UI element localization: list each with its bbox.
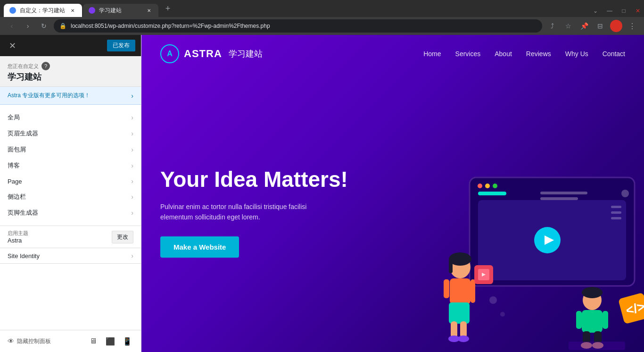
mobile-view-button[interactable]: 📱 xyxy=(121,335,133,347)
logo-text-site: 学习建站 xyxy=(229,48,263,59)
maximize-btn[interactable]: □ xyxy=(618,5,630,17)
tab-label-1: 自定义：学习建站 xyxy=(20,7,65,15)
site-logo: A ASTRA 学习建站 xyxy=(160,44,263,63)
wp-menu-item-page[interactable]: Page › xyxy=(0,174,141,189)
svg-rect-24 xyxy=(451,321,457,338)
wp-site-identity-section[interactable]: Site Identity › xyxy=(0,248,141,264)
tab-site[interactable]: 学习建站 ✕ xyxy=(83,4,158,17)
eye-icon: 👁 xyxy=(8,337,14,345)
svg-rect-10 xyxy=(611,211,621,214)
wp-footer-bar: 👁 隐藏控制面板 🖥 ⬛ 📱 xyxy=(0,330,141,352)
new-tab-button[interactable]: + xyxy=(161,2,174,15)
hero-illustration: </> xyxy=(408,173,644,352)
svg-point-1 xyxy=(478,184,482,188)
logo-icon: A xyxy=(160,44,179,63)
wp-close-button[interactable]: ✕ xyxy=(6,39,19,52)
nav-item-about[interactable]: About xyxy=(495,50,512,58)
svg-point-3 xyxy=(493,184,497,188)
tab-bar: 自定义：学习建站 ✕ 学习建站 ✕ + ⌄ — □ ✕ xyxy=(0,0,644,17)
browser-window: 自定义：学习建站 ✕ 学习建站 ✕ + ⌄ — □ ✕ ‹ › ↻ 🔒 loca… xyxy=(0,0,644,35)
hide-controls-label[interactable]: 👁 隐藏控制面板 xyxy=(8,337,51,345)
wp-menu-item-blog[interactable]: 博客 › xyxy=(0,158,141,174)
sidebar-button[interactable]: ⊟ xyxy=(594,20,606,32)
wp-active-theme-label: 启用主题 xyxy=(8,230,28,237)
svg-rect-23 xyxy=(449,302,470,324)
svg-rect-6 xyxy=(540,197,578,200)
svg-rect-37 xyxy=(569,342,625,350)
site-navbar: A ASTRA 学习建站 Home Services About Reviews… xyxy=(141,35,644,73)
svg-rect-25 xyxy=(460,321,467,338)
chevron-icon-site-identity: › xyxy=(131,252,133,260)
wp-help-button[interactable]: ? xyxy=(41,62,50,70)
svg-point-41 xyxy=(500,312,505,317)
wp-customizer-sidebar: ✕ 已发布 您正在自定义 ? 学习建站 Astra 专业版有更多可用的选项！ ›… xyxy=(0,35,141,352)
astra-promo-text: Astra 专业版有更多可用的选项！ xyxy=(8,92,131,100)
tab-close-1[interactable]: ✕ xyxy=(69,7,76,14)
address-bar-row: ‹ › ↻ 🔒 localhost:8051/wp-admin/customiz… xyxy=(0,17,644,35)
hero-content: Your Idea Matters! Pulvinar enim ac tort… xyxy=(160,167,348,258)
wp-menu-item-breadcrumb[interactable]: 面包屑 › xyxy=(0,142,141,158)
pin-button[interactable]: 📌 xyxy=(578,20,590,32)
svg-point-29 xyxy=(582,287,603,298)
wp-menu-item-header[interactable]: 页眉生成器 › xyxy=(0,126,141,142)
profile-button[interactable] xyxy=(610,20,622,32)
wp-theme-info: 启用主题 Astra xyxy=(8,230,28,244)
svg-point-27 xyxy=(458,335,469,342)
nav-item-reviews[interactable]: Reviews xyxy=(526,50,551,58)
minimize-btn[interactable]: — xyxy=(603,5,616,17)
hero-description: Pulvinar enim ac tortor nulla facilisi t… xyxy=(160,201,321,223)
svg-rect-16 xyxy=(449,259,453,273)
preview-background: A ASTRA 学习建站 Home Services About Reviews… xyxy=(141,35,644,352)
svg-point-40 xyxy=(489,296,497,304)
wp-site-identity-label: Site Identity xyxy=(8,252,40,260)
nav-item-home[interactable]: Home xyxy=(423,50,441,58)
window-close-btn[interactable]: ✕ xyxy=(632,5,644,17)
wp-menu-item-global[interactable]: 全局 › xyxy=(0,109,141,126)
svg-rect-9 xyxy=(611,206,621,208)
chevron-icon-global: › xyxy=(131,114,133,121)
svg-rect-11 xyxy=(611,217,621,219)
wp-menu-label-breadcrumb: 面包屑 xyxy=(8,145,26,154)
desktop-view-button[interactable]: 🖥 xyxy=(87,335,99,347)
tab-close-2[interactable]: ✕ xyxy=(145,7,153,14)
address-field[interactable]: localhost:8051/wp-admin/customize.php?re… xyxy=(54,19,542,33)
share-button[interactable]: ⤴ xyxy=(546,20,558,32)
svg-rect-4 xyxy=(478,192,506,195)
hero-title: Your Idea Matters! xyxy=(160,167,348,192)
tab-list-btn[interactable]: ⌄ xyxy=(589,5,602,17)
responsive-controls: 🖥 ⬛ 📱 xyxy=(87,335,133,347)
wp-sidebar-header: ✕ 已发布 xyxy=(0,35,141,56)
svg-rect-31 xyxy=(603,311,608,329)
astra-promo-bar[interactable]: Astra 专业版有更多可用的选项！ › xyxy=(0,87,141,105)
address-bar-container: 🔒 localhost:8051/wp-admin/customize.php?… xyxy=(54,19,542,33)
wp-publish-button[interactable]: 已发布 xyxy=(107,40,135,51)
cta-button[interactable]: Make a Website xyxy=(160,236,239,258)
wp-menu-item-sidebar[interactable]: 侧边栏 › xyxy=(0,189,141,205)
chevron-icon-blog: › xyxy=(131,162,133,169)
chevron-icon-sidebar: › xyxy=(131,193,133,201)
back-button[interactable]: ‹ xyxy=(6,20,18,32)
nav-item-why-us[interactable]: Why Us xyxy=(565,50,588,58)
nav-item-contact[interactable]: Contact xyxy=(603,50,625,58)
svg-rect-5 xyxy=(540,192,587,194)
wp-site-title-section: 您正在自定义 ? 学习建站 xyxy=(0,56,141,87)
wp-menu-label-global: 全局 xyxy=(8,113,20,122)
tablet-view-button[interactable]: ⬛ xyxy=(104,335,116,347)
hero-section: Your Idea Matters! Pulvinar enim ac tort… xyxy=(141,73,644,352)
svg-point-7 xyxy=(621,190,629,197)
wp-menu-item-footer[interactable]: 页脚生成器 › xyxy=(0,205,141,221)
tab-overflow-controls: ⌄ — □ ✕ xyxy=(589,5,644,17)
refresh-button[interactable]: ↻ xyxy=(38,20,50,32)
chevron-icon-footer: › xyxy=(131,209,133,217)
tab-customize[interactable]: 自定义：学习建站 ✕ xyxy=(4,4,82,17)
wp-menu-label-sidebar: 侧边栏 xyxy=(8,193,26,201)
forward-button[interactable]: › xyxy=(22,20,34,32)
wp-change-theme-button[interactable]: 更改 xyxy=(112,231,133,243)
star-button[interactable]: ☆ xyxy=(562,20,574,32)
svg-rect-30 xyxy=(582,310,603,333)
nav-item-services[interactable]: Services xyxy=(455,50,481,58)
astra-promo-arrow-icon: › xyxy=(131,92,133,100)
wp-menu-label-header: 页眉生成器 xyxy=(8,129,38,138)
wp-menu-label-page: Page xyxy=(8,178,22,185)
browser-menu-button[interactable]: ⋮ xyxy=(626,20,638,32)
